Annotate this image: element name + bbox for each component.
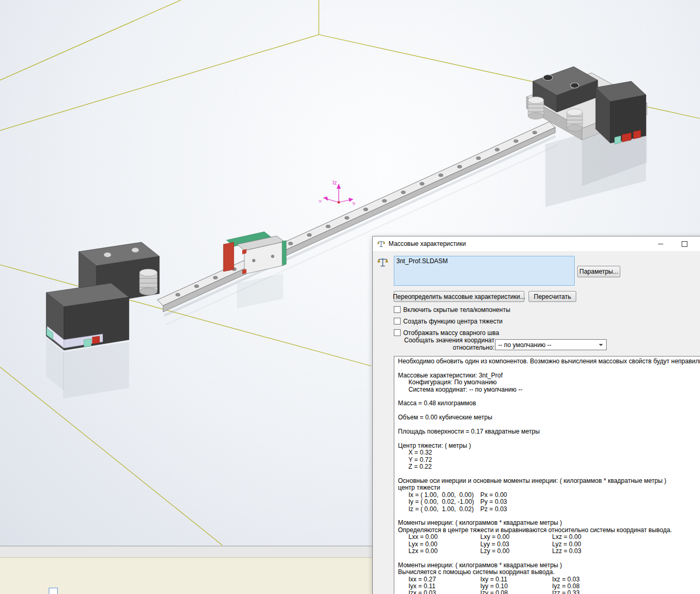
results-line: Y = 0.72	[398, 457, 700, 463]
results-line: Массовые характеристики: 3nt_Prof	[398, 372, 700, 379]
checkbox-create-center-of-mass-feature[interactable]: Создать функцию центра тяжести	[394, 317, 510, 325]
results-line: Моменты инерции: ( килограммов * квадрат…	[398, 562, 700, 569]
checkbox-show-weld-bead-mass[interactable]: Отображать массу сварного шва	[394, 329, 510, 337]
chevron-down-icon	[599, 344, 603, 346]
dropdown-value: -- по умолчанию --	[498, 341, 552, 349]
results-line	[398, 435, 700, 442]
recalculate-button[interactable]: Пересчитать	[529, 291, 576, 302]
checkbox-include-hidden-bodies[interactable]: Включить скрытые тела/компоненты	[394, 306, 510, 314]
results-line: Моменты инерции: ( килограммов * квадрат…	[398, 520, 700, 526]
results-line: центр тяжести	[398, 484, 700, 491]
results-line: Масса = 0.48 килограммов	[398, 400, 700, 407]
results-line: Основные оси инерции и основные моменты …	[398, 478, 700, 484]
checkbox-label: Включить скрытые тела/компоненты	[403, 306, 510, 314]
triad-label-y: Iy	[352, 201, 356, 206]
results-line	[398, 513, 700, 520]
results-text-area[interactable]: Необходимо обновить один из компонентов.…	[394, 356, 700, 594]
triad-label-x: Ix	[319, 199, 322, 203]
taskbar-item[interactable]	[49, 588, 58, 594]
dialog-title: Массовые характеристики	[389, 240, 466, 247]
minimize-icon	[658, 244, 663, 244]
results-line: Площадь поверхности = 0.17 квадратные ме…	[398, 428, 700, 435]
parameters-button[interactable]: Параметры...	[577, 266, 620, 277]
results-line: Система координат: -- по умолчанию --	[398, 386, 700, 393]
results-line: Необходимо обновить один из компонентов.…	[398, 358, 700, 365]
checkbox-label: Создать функцию центра тяжести	[403, 318, 503, 325]
results-line: Определяются в центре тяжести и выравнив…	[398, 527, 700, 534]
mass-properties-dialog: Массовые характеристики × 3nt_Prof.SLDAS…	[372, 236, 700, 594]
origin-triad: Iz Ix Iy	[319, 179, 356, 206]
checkbox-group: Включить скрытые тела/компонентыСоздать …	[394, 306, 510, 340]
maximize-icon	[682, 241, 687, 247]
results-line: Ixx = 0.27Ixy = 0.11Ixz = 0.03	[398, 576, 700, 583]
maximize-button[interactable]	[676, 236, 692, 251]
results-line: Izx = 0.03Izy = 0.08Izz = 0.33	[398, 590, 700, 594]
left-end-block[interactable]	[46, 242, 159, 350]
results-line: Iz = ( 0.00, 1.00, 0.02)Pz = 0.03	[398, 506, 700, 513]
results-line: Вычисляется с помощью системы координат …	[398, 569, 700, 576]
results-line	[398, 471, 700, 478]
results-line: Lxx = 0.00Lxy = 0.00Lxz = 0.00	[398, 534, 700, 541]
coords-relative-label: Сообщать значения координат относительно…	[392, 337, 494, 351]
checkbox-label: Отображать массу сварного шва	[403, 329, 499, 337]
results-line: Z = 0.22	[398, 463, 700, 470]
minimize-button[interactable]	[653, 236, 669, 251]
results-line: Центр тяжести: ( метры )	[398, 442, 700, 449]
checkbox-icon[interactable]	[394, 306, 401, 313]
results-line: Ix = ( 1.00, 0.00, 0.00)Px = 0.00	[398, 492, 700, 499]
results-line: X = 0.32	[398, 449, 700, 456]
mass-properties-icon	[377, 240, 385, 248]
checkbox-icon[interactable]	[394, 318, 401, 325]
results-line: Lzx = 0.00Lzy = 0.00Lzz = 0.03	[398, 548, 700, 555]
results-line: Iy = ( 0.00, 0.02, -1.00)Py = 0.03	[398, 499, 700, 505]
coords-relative-label-line1: Сообщать значения координат	[392, 337, 494, 344]
results-line	[398, 407, 700, 414]
results-line: Iyx = 0.11Iyy = 0.10Iyz = 0.08	[398, 583, 700, 590]
coordinate-system-dropdown[interactable]: -- по умолчанию --	[495, 339, 607, 350]
rail-carriage[interactable]	[223, 232, 286, 274]
override-mass-properties-button[interactable]: Переопределить массовые характеристики..…	[394, 291, 524, 302]
coords-relative-label-line2: относительно:	[392, 344, 494, 352]
checkbox-icon[interactable]	[394, 329, 401, 336]
results-line: Конфигурация: По умолчанию	[398, 379, 700, 386]
results-line: Объем = 0.00 кубические метры	[398, 414, 700, 421]
dialog-titlebar[interactable]: Массовые характеристики ×	[373, 236, 700, 252]
scales-icon	[377, 256, 389, 268]
triad-label-z: Iz	[332, 179, 337, 186]
results-line	[398, 422, 700, 428]
results-line	[398, 365, 700, 372]
results-line	[398, 393, 700, 400]
results-line: Lyx = 0.00Lyy = 0.03Lyz = 0.00	[398, 541, 700, 548]
document-name-box[interactable]: 3nt_Prof.SLDASM	[394, 256, 575, 286]
app-window: Iz Ix Iy	[0, 0, 700, 594]
results-line	[398, 555, 700, 561]
